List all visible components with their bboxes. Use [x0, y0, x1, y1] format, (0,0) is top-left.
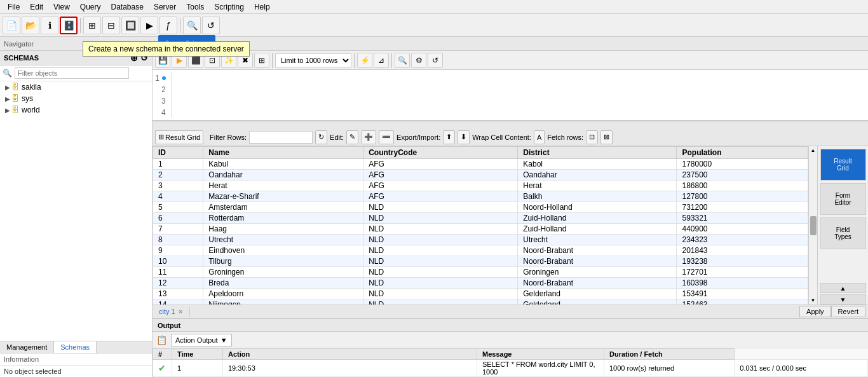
- tab-city1[interactable]: city 1 ✕: [153, 306, 190, 317]
- table-cell: 1: [153, 159, 203, 170]
- table-cell: 5: [153, 202, 203, 213]
- tab-management[interactable]: Management: [0, 341, 54, 353]
- format-btn[interactable]: ⊿: [374, 53, 389, 68]
- output-num-cell: 1: [172, 360, 223, 377]
- line-numbers: 1 2 3 4: [155, 72, 172, 118]
- filter-objects-input[interactable]: [15, 67, 129, 79]
- tab-city1-close[interactable]: ✕: [178, 308, 183, 315]
- fetch2-btn[interactable]: ⊠: [600, 130, 613, 144]
- refresh-btn[interactable]: ↺: [428, 53, 443, 68]
- menu-view[interactable]: View: [48, 1, 75, 13]
- table-cell: Groningen: [518, 267, 677, 278]
- export-btn[interactable]: ⬆: [443, 130, 455, 144]
- add-row-btn[interactable]: ➕: [361, 130, 376, 144]
- scroll-up-icon[interactable]: ▲: [811, 147, 816, 153]
- col-population: Population: [677, 147, 808, 159]
- schema-item-sakila[interactable]: ▶ 🗄 sakila: [0, 81, 152, 93]
- scroll-down-icon[interactable]: ▼: [811, 298, 816, 303]
- table-cell: Kabul: [203, 159, 363, 170]
- table-cell: 14: [153, 299, 203, 305]
- schema-item-sys[interactable]: ▶ 🗄 sys: [0, 93, 152, 104]
- col-district: District: [518, 147, 677, 159]
- action-output-select[interactable]: Action Output ▼: [171, 334, 232, 346]
- schema-name-sakila: sakila: [22, 83, 41, 92]
- info-btn[interactable]: ℹ: [41, 17, 58, 34]
- new-schema-btn[interactable]: 🗄️: [60, 17, 78, 34]
- field-types-side-btn[interactable]: FieldTypes: [820, 217, 866, 249]
- form-editor-side-btn[interactable]: FormEditor: [820, 183, 866, 215]
- table2-btn[interactable]: ⊟: [102, 17, 120, 34]
- table-row[interactable]: 2OandaharAFGOandahar237500: [153, 170, 808, 181]
- table-row[interactable]: 8UtrechtNLDUtrecht234323: [153, 235, 808, 245]
- table-cell: 1780000: [677, 159, 808, 170]
- revert-btn[interactable]: Revert: [831, 306, 865, 317]
- table-cell: Utrecht: [518, 235, 677, 245]
- output-table: # Time Action Message Duration / Fetch ✔…: [153, 348, 868, 377]
- del-row-btn[interactable]: ➖: [379, 130, 394, 144]
- reload-btn[interactable]: ↺: [202, 17, 220, 34]
- table-btn[interactable]: ⊞: [83, 17, 101, 34]
- menu-tools[interactable]: Tools: [181, 1, 209, 13]
- result-grid-label: Result Grid: [165, 134, 200, 141]
- side-scroll-up[interactable]: ▲: [820, 283, 866, 293]
- bottom-left-panel: Management Schemas Information No object…: [0, 341, 152, 377]
- table-row[interactable]: 5AmsterdamNLDNoord-Holland731200: [153, 202, 808, 213]
- menu-edit[interactable]: Edit: [25, 1, 48, 13]
- func-btn[interactable]: ƒ: [159, 17, 177, 34]
- tab-schemas[interactable]: Schemas: [54, 341, 97, 353]
- limit-select[interactable]: Limit to 1000 rows Limit to 200 rows No …: [275, 53, 351, 67]
- menu-server[interactable]: Server: [149, 1, 181, 13]
- new-query-btn[interactable]: 📄: [3, 17, 20, 34]
- toggle-output-btn[interactable]: ⊞: [254, 53, 269, 68]
- auto-complete-btn[interactable]: ⚡: [357, 53, 372, 68]
- search-btn[interactable]: 🔍: [183, 17, 201, 34]
- view-btn[interactable]: 🔲: [121, 17, 139, 34]
- wrap-btn[interactable]: A: [534, 130, 545, 144]
- menu-file[interactable]: File: [3, 1, 25, 13]
- table-row[interactable]: 14NijmegenNLDGelderland152463: [153, 299, 808, 305]
- table-row[interactable]: 11GroningenNLDGroningen172701: [153, 267, 808, 278]
- table-row[interactable]: 7HaagNLDZuid-Holland440900: [153, 224, 808, 235]
- table-row[interactable]: 13ApeldoornNLDGelderland153491: [153, 289, 808, 299]
- right-panel: 💾 ▶ ⬛ ⊡ ✨ ✖ ⊞ Limit to 1000 rows Limit t…: [153, 51, 868, 377]
- import-btn[interactable]: ⬇: [458, 130, 470, 144]
- data-table-wrapper[interactable]: ID Name CountryCode District Population …: [153, 146, 808, 305]
- menu-database[interactable]: Database: [106, 1, 149, 13]
- menu-scripting[interactable]: Scripting: [209, 1, 249, 13]
- menu-bar: File Edit View Query Database Server Too…: [0, 0, 868, 14]
- filter-rows-label: Filter Rows:: [210, 134, 247, 141]
- search-q-btn[interactable]: 🔍: [395, 53, 410, 68]
- field-types-side-label: FieldTypes: [834, 226, 851, 240]
- table-row[interactable]: 4Mazar-e-SharifAFGBalkh127800: [153, 191, 808, 202]
- db-icon-sakila: 🗄: [11, 83, 19, 92]
- filter-rows-input[interactable]: [249, 131, 313, 144]
- table-cell: Oandahar: [203, 170, 363, 181]
- table-row[interactable]: 10TilburgNLDNoord-Brabant193238: [153, 256, 808, 267]
- table-cell: Noord-Brabant: [518, 256, 677, 267]
- menu-query[interactable]: Query: [75, 1, 106, 13]
- v-scrollbar[interactable]: ▲ ▼: [808, 146, 817, 305]
- table-row[interactable]: 9EindhovenNLDNoord-Brabant201843: [153, 245, 808, 256]
- open-btn[interactable]: 📂: [22, 17, 39, 34]
- table-cell: Nijmegen: [203, 299, 363, 305]
- filter-apply-btn[interactable]: ↻: [315, 130, 327, 144]
- options-btn[interactable]: ⚙: [411, 53, 426, 68]
- table-row[interactable]: 1KabulAFGKabol1780000: [153, 159, 808, 170]
- table-row[interactable]: 12BredaNLDNoord-Brabant160398: [153, 278, 808, 289]
- table-cell: 160398: [677, 278, 808, 289]
- side-scroll-down[interactable]: ▼: [820, 294, 866, 305]
- fetch-btn[interactable]: ⊡: [586, 130, 598, 144]
- result-grid-btn[interactable]: ⊞ Result Grid: [155, 130, 203, 144]
- table-row[interactable]: 6RotterdamNLDZuid-Holland593321: [153, 213, 808, 224]
- proc-btn[interactable]: ▶: [140, 17, 158, 34]
- result-grid-side-btn[interactable]: ResultGrid: [820, 149, 866, 181]
- table-row[interactable]: 3HeratAFGHerat186800: [153, 181, 808, 191]
- scroll-thumb[interactable]: [810, 216, 817, 235]
- menu-help[interactable]: Help: [249, 1, 275, 13]
- editor-content[interactable]: [175, 72, 865, 118]
- h-scrollbar[interactable]: [153, 121, 868, 128]
- apply-btn[interactable]: Apply: [799, 306, 831, 317]
- out-col-hash: #: [153, 349, 172, 360]
- schema-item-world[interactable]: ▶ 🗄 world: [0, 104, 152, 116]
- edit-row-btn[interactable]: ✎: [346, 130, 358, 144]
